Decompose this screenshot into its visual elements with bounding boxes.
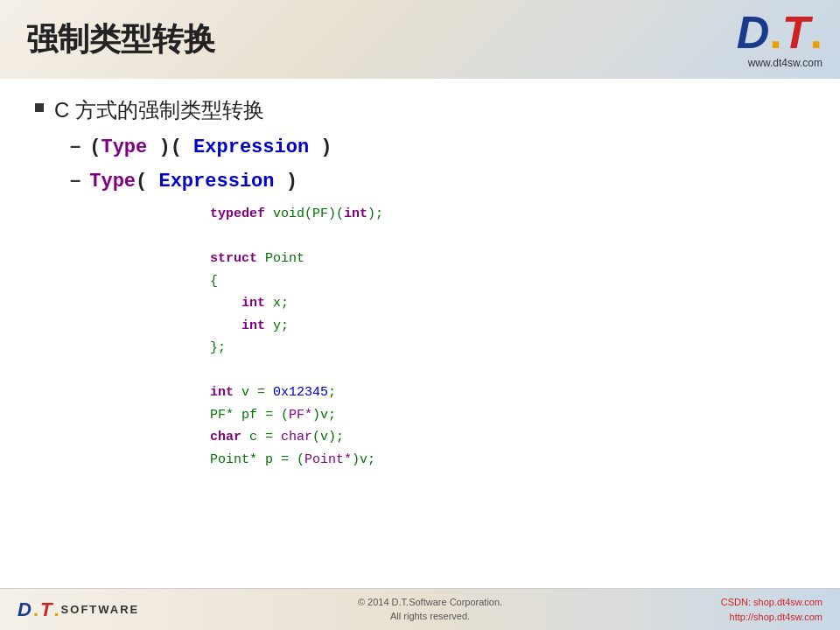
code-line-blank-2	[210, 360, 805, 382]
code-space1	[147, 171, 158, 192]
bullet-text: C 方式的强制类型转换	[54, 96, 264, 124]
code-line-brace-close: };	[210, 337, 805, 360]
footer-logo-d: D	[18, 598, 32, 621]
code-expression1: Expression	[193, 136, 309, 158]
bullet-icon	[35, 103, 44, 112]
code-line-int-v: int v = 0x12345;	[210, 382, 805, 404]
footer-url: http://shop.dt4sw.com	[721, 610, 822, 625]
code-paren-close1: )(	[147, 136, 182, 158]
sub-item-1: – ( Type )( Expression )	[70, 135, 805, 158]
code-line-1: typedef void(PF)(int);	[210, 203, 805, 226]
code-line-char: char c = char(v);	[210, 426, 805, 449]
code-paren-close3: )	[275, 171, 298, 192]
footer-center-line2: All rights reserved.	[358, 610, 502, 623]
code-paren-open1: (	[89, 136, 101, 158]
code-line-point: Point* p = (Point*)v;	[210, 449, 805, 472]
footer-csdn: CSDN: shop.dt4sw.com	[721, 595, 822, 610]
header: 强制类型转换 D . T . www.dt4sw.com	[0, 0, 840, 79]
dt-logo: D . T .	[737, 10, 822, 55]
dash-1: –	[70, 135, 80, 158]
footer-right: CSDN: shop.dt4sw.com http://shop.dt4sw.c…	[721, 595, 822, 624]
logo-url: www.dt4sw.com	[748, 57, 822, 69]
logo-d: D	[737, 10, 770, 55]
code-paren-close2: )	[309, 136, 332, 158]
code-type2: Type	[89, 171, 136, 192]
dash-2: –	[70, 169, 80, 192]
bullet-section: C 方式的强制类型转换	[35, 96, 805, 124]
code-line-int-x: int x;	[210, 292, 805, 315]
code-line-blank-1	[210, 226, 805, 248]
code-type1: Type	[101, 136, 147, 158]
content-area: C 方式的强制类型转换 – ( Type )( Expression ) – T…	[0, 79, 840, 630]
page-title: 强制类型转换	[26, 18, 215, 61]
page-wrapper: 强制类型转换 D . T . www.dt4sw.com C 方式的强制类型转换…	[0, 0, 840, 630]
logo-dot1: .	[769, 10, 781, 55]
footer-logo-dot1: .	[33, 598, 38, 621]
logo-area: D . T . www.dt4sw.com	[737, 10, 822, 69]
footer: D . T . Software © 2014 D.T.Software Cor…	[0, 588, 840, 630]
sub-item-2: – Type ( Expression )	[70, 169, 805, 192]
footer-logo-sw: Software	[61, 603, 140, 616]
footer-logo-t: T	[40, 598, 52, 621]
code-block: typedef void(PF)(int); struct Point { in…	[210, 203, 805, 471]
code-expression2: Expression	[158, 171, 274, 192]
code-line-int-y: int y;	[210, 315, 805, 338]
footer-logo-dot2: .	[53, 598, 59, 621]
code-paren-open2	[182, 136, 193, 158]
code-line-struct: struct Point	[210, 248, 805, 270]
code-line-brace-open: {	[210, 270, 805, 293]
footer-logo: D . T . Software	[18, 598, 139, 621]
footer-center: © 2014 D.T.Software Corporation. All rig…	[358, 596, 502, 623]
footer-center-line1: © 2014 D.T.Software Corporation.	[358, 596, 502, 609]
code-paren-open3: (	[136, 171, 147, 192]
logo-dot2: .	[810, 10, 822, 55]
logo-t: T	[782, 10, 810, 55]
code-line-pf: PF* pf = (PF*)v;	[210, 404, 805, 427]
